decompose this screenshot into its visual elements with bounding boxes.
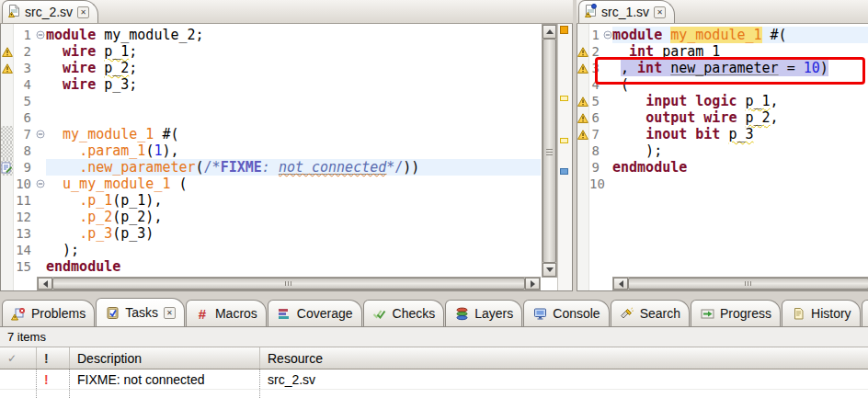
view-tab-checks[interactable]: Checks <box>363 300 445 326</box>
row-severity[interactable]: ! <box>37 370 70 389</box>
view-tab-progress[interactable]: Progress <box>691 300 781 326</box>
code-line[interactable]: .new_parameter(/*FIXME: not connected*/)… <box>46 159 541 176</box>
scroll-up-button[interactable] <box>542 25 556 39</box>
overview-warn-marker[interactable] <box>560 96 568 101</box>
view-tab-layers[interactable]: Layers <box>445 300 522 326</box>
vertical-scrollbar[interactable] <box>542 24 557 278</box>
fold-slot <box>603 109 612 126</box>
view-tab-problems[interactable]: Problems <box>2 300 95 326</box>
code-line[interactable] <box>46 93 541 109</box>
code-token: bit <box>695 126 720 142</box>
view-tab-coverage[interactable]: Coverage <box>268 300 362 326</box>
code-token: ), <box>162 142 178 159</box>
code-token: wire <box>63 60 96 76</box>
scroll-down-button[interactable] <box>542 263 556 277</box>
warning-marker-icon[interactable] <box>1 43 13 60</box>
code-line[interactable]: wire p_1; <box>46 43 541 60</box>
marker-slot <box>1 109 13 126</box>
view-tab-partial[interactable]: P <box>862 300 868 326</box>
ide-window: { "window": {"width": 944, "height": 433… <box>0 0 868 398</box>
code-line[interactable]: .p_1(p_1), <box>46 192 541 209</box>
warning-marker-icon[interactable] <box>577 43 588 60</box>
code-line[interactable]: .p_2(p_2), <box>46 209 541 225</box>
code-line[interactable]: , int new_parameter = 10) <box>612 60 868 76</box>
marker-slot <box>1 176 13 192</box>
code-area[interactable]: module my_module_1 #( int param_1 , int … <box>612 24 868 290</box>
overview-task-marker[interactable] <box>560 168 568 175</box>
overview-warn-marker[interactable] <box>560 138 568 143</box>
row-resource[interactable]: src_2.sv <box>260 370 868 389</box>
editor-tab-src_1[interactable]: src_1.sv <box>578 0 675 23</box>
warning-marker-icon[interactable] <box>577 60 588 76</box>
code-line[interactable]: .param_1(1), <box>46 142 541 159</box>
code-line[interactable]: input logic p_1, <box>612 93 868 109</box>
code-token: #( <box>154 126 178 142</box>
close-icon[interactable] <box>654 6 666 18</box>
code-line[interactable]: module my_module_2; <box>46 27 541 43</box>
code-line[interactable]: u_my_module_1 ( <box>46 176 541 192</box>
code-token: ( <box>170 176 187 192</box>
scrollbar-thumb[interactable] <box>542 39 556 263</box>
code-line[interactable]: ( <box>612 76 868 93</box>
view-tab-macros[interactable]: #Macros <box>186 300 267 326</box>
fold-minus-icon[interactable] <box>35 27 46 43</box>
fold-slot <box>603 93 612 109</box>
code-token <box>737 93 745 109</box>
code-area[interactable]: module my_module_2; wire p_1; wire p_2; … <box>46 24 541 290</box>
code-line[interactable]: inout bit p_3 <box>612 126 868 142</box>
close-icon[interactable] <box>164 307 176 319</box>
column-header-description[interactable]: Description <box>70 347 260 369</box>
column-header-severity[interactable]: ! <box>37 347 70 369</box>
overview-ruler[interactable] <box>557 24 572 290</box>
code-line[interactable]: int param_1 <box>612 43 868 60</box>
overview-summary-icon[interactable] <box>560 26 568 34</box>
code-line[interactable]: wire p_2; <box>46 60 541 76</box>
task-marker-icon[interactable] <box>1 159 13 176</box>
table-row[interactable]: !FIXME: not connectedsrc_2.sv <box>0 370 868 390</box>
column-header-resource[interactable]: Resource <box>260 347 868 369</box>
code-line[interactable]: .p_3(p_3) <box>46 225 541 242</box>
marker-ruler[interactable] <box>1 24 14 290</box>
view-tab-search[interactable]: Search <box>611 300 690 326</box>
code-line[interactable]: wire p_3; <box>46 76 541 93</box>
row-description[interactable]: FIXME: not connected <box>70 370 260 389</box>
view-tab-history[interactable]: History <box>782 300 861 326</box>
scroll-left-button[interactable] <box>38 278 52 290</box>
code-line[interactable] <box>46 109 541 126</box>
warning-marker-icon[interactable] <box>577 93 588 109</box>
code-line[interactable] <box>612 176 868 192</box>
view-tab-console[interactable]: Console <box>523 300 609 326</box>
fold-ruler <box>35 24 46 290</box>
fold-minus-icon[interactable] <box>603 27 612 43</box>
code-line[interactable]: endmodule <box>612 159 868 176</box>
code-line[interactable]: module my_module_1 #( <box>612 27 868 43</box>
column-header-check[interactable]: ✓ <box>0 347 37 369</box>
scroll-right-button[interactable] <box>525 278 540 290</box>
scrollbar-thumb[interactable] <box>628 278 868 290</box>
marker-ruler[interactable] <box>577 24 589 290</box>
code-line[interactable]: ); <box>46 242 541 258</box>
fold-minus-icon[interactable] <box>35 126 46 142</box>
line-number-ruler: 123456789101112131415 <box>14 24 35 290</box>
fold-minus-icon[interactable] <box>35 176 46 192</box>
close-icon[interactable] <box>77 6 89 18</box>
warning-marker-icon[interactable] <box>577 109 588 126</box>
horizontal-scrollbar[interactable] <box>37 277 541 290</box>
code-token: inout <box>645 126 687 142</box>
fold-slot <box>35 242 46 258</box>
scrollbar-thumb[interactable] <box>52 278 525 290</box>
warning-marker-icon[interactable] <box>1 60 13 76</box>
code-line[interactable]: endmodule <box>46 258 541 275</box>
editor-tab-src_2[interactable]: src_2.sv <box>2 0 98 23</box>
code-line[interactable]: my_module_1 #( <box>46 126 541 142</box>
horizontal-scrollbar[interactable] <box>612 277 868 290</box>
view-tab-tasks[interactable]: Tasks <box>96 298 185 326</box>
row-check-cell[interactable] <box>0 370 37 389</box>
scroll-left-button[interactable] <box>613 278 628 290</box>
warning-marker-icon[interactable] <box>577 126 588 142</box>
view-tab-label: Problems <box>31 306 86 321</box>
code-line[interactable]: output wire p_2, <box>612 109 868 126</box>
code-token: .new_parameter <box>79 159 195 176</box>
code-line[interactable]: ); <box>612 142 868 159</box>
editor-pane-right: src_1.sv 12345678910 module my_module_1 … <box>577 0 868 291</box>
